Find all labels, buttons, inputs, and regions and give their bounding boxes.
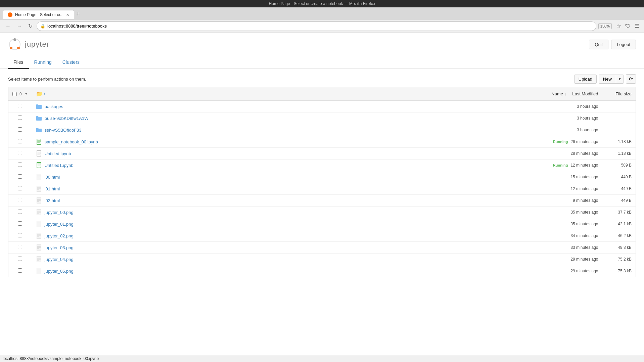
file-icon — [36, 186, 42, 192]
count-dropdown-arrow[interactable]: ▾ — [25, 92, 28, 96]
notebook-icon — [36, 139, 42, 145]
row-checkbox[interactable] — [18, 268, 22, 273]
file-icon — [36, 233, 42, 239]
row-checkbox[interactable] — [18, 151, 22, 155]
row-name-cell: jupyter_01.png — [32, 218, 535, 230]
header-buttons: Quit Logout — [589, 40, 636, 49]
tab-clusters[interactable]: Clusters — [57, 56, 85, 69]
quit-button[interactable]: Quit — [589, 40, 608, 49]
row-checkbox[interactable] — [18, 139, 22, 143]
row-checkbox[interactable] — [18, 127, 22, 132]
row-check-cell — [8, 195, 32, 207]
file-link[interactable]: jupyter_00.png — [36, 209, 531, 215]
file-link[interactable]: Untitled1.ipynb — [36, 162, 531, 168]
address-input[interactable] — [47, 24, 593, 29]
file-link[interactable]: jupyter_01.png — [36, 221, 531, 227]
table-row: jupyter_05.png29 minutes ago75.3 kB — [8, 265, 636, 277]
row-checkbox[interactable] — [18, 245, 22, 249]
file-browser-toolbar: Select items to perform actions on them.… — [8, 74, 636, 84]
file-link[interactable]: jupyter_02.png — [36, 233, 531, 239]
row-checkbox[interactable] — [18, 163, 22, 167]
tab-close-button[interactable]: ✕ — [66, 13, 69, 17]
row-checkbox[interactable] — [18, 233, 22, 237]
row-name-cell: sample_notebook_00.ipynb — [32, 136, 535, 148]
menu-icon[interactable]: ☰ — [633, 22, 641, 30]
row-checkbox[interactable] — [18, 257, 22, 261]
new-dropdown-button[interactable]: ▾ — [616, 75, 624, 83]
upload-button[interactable]: Upload — [574, 75, 597, 84]
statusbar: localhost:8888/notebooks/sample_notebook… — [0, 355, 644, 362]
notebook-gray-icon — [36, 150, 42, 156]
file-link[interactable]: ssh-vS5BOfIdoF33 — [36, 127, 531, 133]
header-size-cell[interactable]: File size — [602, 87, 636, 101]
file-link[interactable]: i01.html — [36, 186, 531, 192]
folder-icon — [36, 103, 42, 109]
header-modified-cell[interactable]: Name ↓ Last Modified — [535, 87, 602, 101]
zoom-level[interactable]: 150% — [598, 23, 612, 29]
file-link[interactable]: i02.html — [36, 197, 531, 203]
row-checkbox[interactable] — [18, 186, 22, 190]
row-name-cell: jupyter_03.png — [32, 242, 535, 254]
file-link[interactable]: i00.html — [36, 174, 531, 180]
row-check-cell — [8, 230, 32, 242]
row-checkbox[interactable] — [18, 104, 22, 108]
refresh-files-button[interactable]: ⟳ — [626, 74, 636, 84]
row-name-cell: Untitled1.ipynb — [32, 160, 535, 171]
row-checkbox[interactable] — [18, 116, 22, 120]
file-link[interactable]: sample_notebook_00.ipynb — [36, 139, 531, 145]
modified-time: 12 minutes ago — [570, 186, 598, 191]
row-size-cell: 75.3 kB — [602, 265, 636, 277]
browser-tab-active[interactable]: Home Page - Select or cr... ✕ — [3, 10, 74, 19]
file-name: Untitled1.ipynb — [45, 163, 74, 168]
row-checkbox[interactable] — [18, 174, 22, 179]
jupyter-tabs: Files Running Clusters — [0, 56, 644, 69]
forward-button[interactable]: → — [15, 22, 24, 31]
file-name: i01.html — [45, 186, 60, 191]
row-size-cell: 49.3 kB — [602, 242, 636, 254]
file-icon — [36, 221, 42, 227]
table-row: jupyter_03.png33 minutes ago49.3 kB — [8, 242, 636, 254]
row-modified-cell: 3 hours ago — [535, 101, 602, 112]
tab-running[interactable]: Running — [29, 56, 57, 69]
table-row: ssh-vS5BOfIdoF333 hours ago — [8, 124, 636, 136]
select-all-checkbox[interactable] — [12, 92, 17, 96]
file-table-body: packages3 hours agopulse-9obKD8fw1A1W3 h… — [8, 101, 636, 277]
shield-icon[interactable]: 🛡 — [624, 22, 632, 30]
refresh-button[interactable]: ↻ — [26, 21, 35, 31]
new-button[interactable]: New — [599, 75, 616, 83]
modified-time: 12 minutes ago — [570, 163, 598, 168]
jupyter-logo-icon — [8, 38, 21, 51]
row-modified-cell: 33 minutes ago — [535, 242, 602, 254]
file-link[interactable]: pulse-9obKD8fw1A1W — [36, 115, 531, 121]
file-name: jupyter_04.png — [45, 257, 74, 262]
path-breadcrumb[interactable]: / — [44, 91, 45, 96]
row-check-cell — [8, 148, 32, 160]
table-row: i00.html15 minutes ago449 B — [8, 171, 636, 183]
file-icon — [36, 244, 42, 251]
file-name: sample_notebook_00.ipynb — [45, 139, 98, 144]
table-row: sample_notebook_00.ipynbRunning26 minute… — [8, 136, 636, 148]
row-check-cell — [8, 265, 32, 277]
row-size-cell: 46.2 kB — [602, 230, 636, 242]
file-link[interactable]: jupyter_05.png — [36, 268, 531, 274]
tab-files[interactable]: Files — [8, 56, 29, 69]
browser-titlebar: Home Page - Select or create a notebook … — [0, 0, 644, 7]
back-button[interactable]: ← — [3, 22, 13, 31]
bookmark-icon[interactable]: ☆ — [615, 22, 623, 30]
new-tab-button[interactable]: + — [76, 11, 80, 19]
tab-favicon — [8, 12, 12, 17]
file-link[interactable]: Untitled.ipynb — [36, 150, 531, 156]
logout-button[interactable]: Logout — [611, 40, 636, 49]
svg-rect-10 — [37, 151, 41, 156]
row-checkbox[interactable] — [18, 210, 22, 214]
row-checkbox[interactable] — [18, 221, 22, 226]
browser-title-text: Home Page - Select or create a notebook … — [269, 1, 375, 6]
row-checkbox[interactable] — [18, 198, 22, 202]
file-name: jupyter_01.png — [45, 222, 74, 227]
file-link[interactable]: jupyter_03.png — [36, 244, 531, 251]
file-link[interactable]: jupyter_04.png — [36, 256, 531, 262]
row-modified-cell: 15 minutes ago — [535, 171, 602, 183]
row-size-cell: 42.1 kB — [602, 218, 636, 230]
row-name-cell: jupyter_04.png — [32, 254, 535, 265]
file-link[interactable]: packages — [36, 103, 531, 109]
